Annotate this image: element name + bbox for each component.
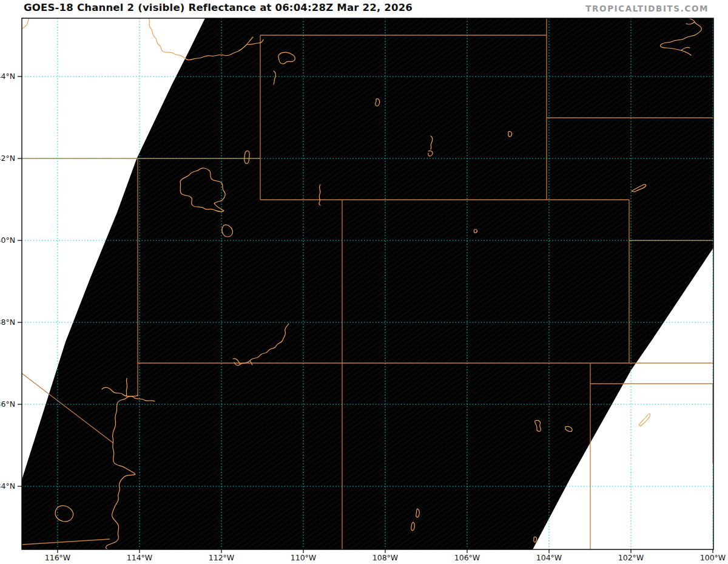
lake-meredith [639,414,650,426]
axis-label-lon-112°W: 112°W [209,553,234,562]
axis-label-lon-108°W: 108°W [372,553,398,562]
axis-label-lon-116°W: 116°W [45,553,70,562]
satellite-map-figure: 116°W114°W112°W110°W108°W106°W104°W102°W… [0,0,728,564]
axis-label-lon-102°W: 102°W [618,553,644,562]
axis-label-lon-106°W: 106°W [454,553,480,562]
axis-label-lat-42°N: 42°N [0,154,15,163]
axis-label-lon-100°W: 100°W [700,553,726,562]
axis-label-lon-114°W: 114°W [127,553,152,562]
night-satellite-scan-region [22,18,713,549]
axis-label-lat-38°N: 38°N [0,318,15,327]
axis-label-lon-104°W: 104°W [536,553,562,562]
axis-label-lon-110°W: 110°W [291,553,316,562]
axis-label-lat-44°N: 44°N [0,72,15,81]
axis-label-lat-34°N: 34°N [0,481,15,491]
axis-label-lat-40°N: 40°N [0,236,15,245]
satellite-map-page: { "header": { "title": "GOES-18 Channel … [0,0,728,564]
axis-label-lat-36°N: 36°N [0,399,15,409]
